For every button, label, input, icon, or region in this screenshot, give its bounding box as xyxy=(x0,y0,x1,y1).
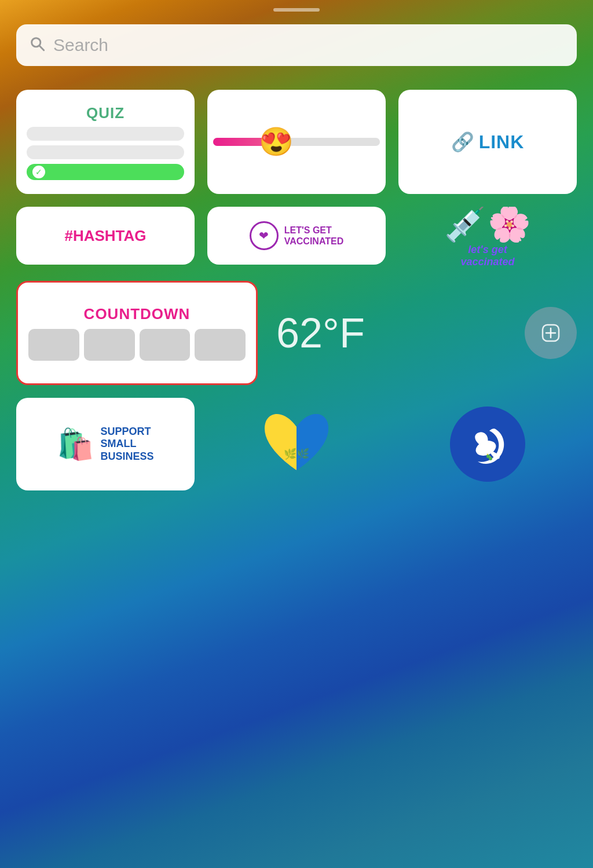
drag-handle xyxy=(273,8,320,12)
vaccinated-emoji-sticker[interactable]: 💉🌸 let's getvaccinated xyxy=(398,207,577,268)
quiz-title: QUIZ xyxy=(86,104,125,122)
vaccinated-label: LET'S GETVACCINATED xyxy=(284,225,344,247)
poll-slider-track xyxy=(213,138,380,146)
small-business-sticker[interactable]: 🛍️ SUPPORTSMALLBUSINESS xyxy=(16,398,195,490)
svg-text:🌿🌿: 🌿🌿 xyxy=(284,448,310,460)
vacc-caption-text: let's getvaccinated xyxy=(460,244,514,268)
quiz-option-2 xyxy=(27,145,184,159)
dove-svg xyxy=(462,418,514,470)
quiz-submit-btn: ✓ xyxy=(27,164,184,180)
countdown-title: COUNTDOWN xyxy=(84,305,191,323)
countdown-time-boxes xyxy=(28,329,246,361)
svg-point-8 xyxy=(489,457,492,460)
vaccine-emoji: 💉🌸 xyxy=(444,207,531,241)
hashtag-sticker[interactable]: #HASHTAG xyxy=(16,207,195,265)
shopping-bag-icon: 🛍️ xyxy=(57,427,94,462)
peace-dove-sticker[interactable] xyxy=(398,398,577,490)
add-sticker-button[interactable] xyxy=(525,307,577,359)
hashtag-label: #HASHTAG xyxy=(64,227,146,245)
link-chain-icon: 🔗 xyxy=(451,131,474,153)
plus-icon xyxy=(540,323,561,343)
countdown-box-1 xyxy=(28,329,79,361)
svg-line-1 xyxy=(39,46,44,50)
small-biz-label: SUPPORTSMALLBUSINESS xyxy=(100,426,153,463)
weather-label: 62°F xyxy=(276,309,365,357)
search-icon xyxy=(29,35,45,56)
countdown-box-4 xyxy=(195,329,246,361)
weather-sticker[interactable]: 62°F xyxy=(270,281,512,385)
dove-circle xyxy=(450,406,525,482)
countdown-sticker[interactable]: COUNTDOWN xyxy=(16,281,258,385)
link-sticker[interactable]: 🔗 LINK xyxy=(398,90,577,194)
countdown-box-2 xyxy=(84,329,135,361)
ukraine-heart-svg: 🌿🌿 xyxy=(259,406,334,482)
quiz-option-1 xyxy=(27,127,184,141)
poll-sticker[interactable]: 😍 xyxy=(207,90,386,194)
search-placeholder: Search xyxy=(53,35,108,55)
quiz-sticker[interactable]: QUIZ ✓ xyxy=(16,90,195,194)
vaccinated-icon: ❤ xyxy=(250,221,279,250)
ukraine-heart-sticker[interactable]: 🌿🌿 xyxy=(207,398,386,490)
countdown-box-3 xyxy=(140,329,191,361)
vaccinated-badge-sticker[interactable]: ❤ LET'S GETVACCINATED xyxy=(207,207,386,265)
search-bar[interactable]: Search xyxy=(16,24,577,66)
quiz-check-icon: ✓ xyxy=(32,166,45,178)
poll-emoji: 😍 xyxy=(259,126,294,158)
link-label: LINK xyxy=(479,131,525,153)
